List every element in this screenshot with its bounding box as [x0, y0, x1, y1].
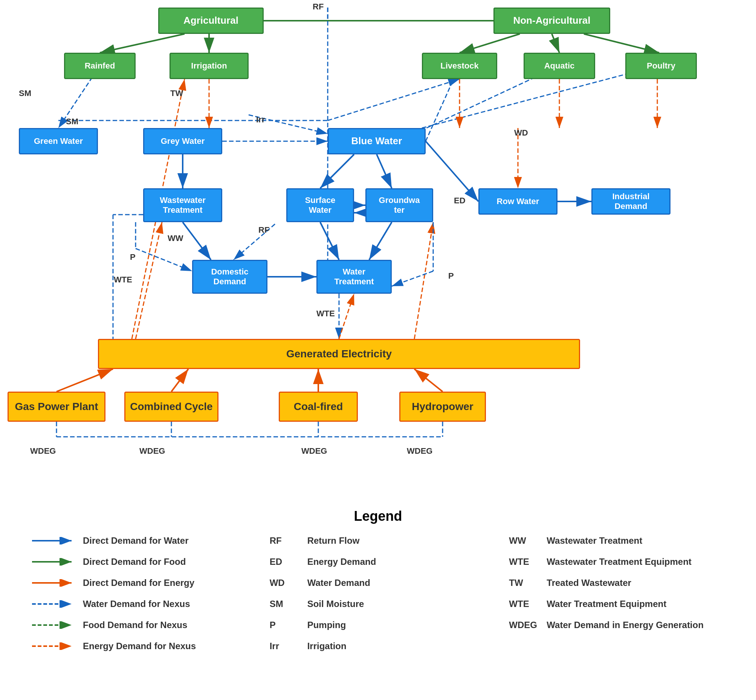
legend-label-energy: Direct Demand for Energy — [83, 578, 194, 588]
svg-line-6 — [100, 34, 185, 53]
solid-orange-arrow — [30, 579, 75, 587]
svg-line-46 — [136, 222, 162, 339]
abbr-wte2: WTE — [509, 599, 539, 609]
abbr-tw-full: Treated Wastewater — [546, 578, 631, 588]
legend-item-water: Direct Demand for Water — [30, 536, 247, 546]
node-poultry: Poultry — [625, 53, 697, 79]
legend-item-energy-nexus: Energy Demand for Nexus — [30, 641, 247, 652]
flow-label-1: SM — [66, 117, 78, 127]
svg-line-47 — [339, 294, 354, 339]
dashed-green-arrow — [30, 621, 75, 629]
abbr-rf-full: Return Flow — [307, 536, 360, 546]
svg-line-21 — [183, 222, 211, 260]
flow-label-7: WD — [514, 128, 528, 138]
node-wastewater_treatment: Wastewater Treatment — [143, 188, 222, 222]
node-aquatic: Aquatic — [524, 53, 595, 79]
abbr-ww: WW — [509, 536, 539, 546]
svg-line-56 — [392, 271, 433, 286]
svg-line-13 — [320, 155, 354, 188]
legend-area: Legend Direct Demand for Water — [0, 493, 756, 667]
svg-line-23 — [56, 369, 113, 392]
flow-label-15: WDEG — [301, 446, 327, 456]
legend-grid: Direct Demand for Water Direct Demand fo… — [30, 536, 726, 652]
svg-line-54 — [136, 248, 192, 271]
svg-line-17 — [320, 222, 339, 260]
legend-label-food-nexus: Food Demand for Nexus — [83, 620, 187, 630]
abbr-p-full: Pumping — [307, 620, 346, 630]
legend-abbr-wte1: WTE Wastewater Treatment Equipment — [509, 556, 726, 567]
legend-abbr-rf: RF Return Flow — [270, 536, 487, 546]
node-rainfed: Rainfed — [64, 53, 136, 79]
node-water_treatment: Water Treatment — [316, 260, 392, 294]
node-non_agricultural: Non-Agricultural — [493, 8, 610, 34]
svg-line-29 — [328, 79, 460, 120]
node-livestock: Livestock — [422, 53, 497, 79]
flow-label-2: TW — [170, 89, 183, 98]
abbr-ed-full: Energy Demand — [307, 556, 376, 567]
legend-title: Legend — [30, 508, 726, 524]
node-groundwater: Groundwa ter — [365, 188, 433, 222]
flow-label-0: SM — [19, 89, 31, 98]
abbr-rf: RF — [270, 536, 300, 546]
abbr-irr-full: Irrigation — [307, 641, 346, 652]
flow-label-10: WTE — [114, 275, 132, 285]
svg-line-11 — [584, 34, 659, 53]
svg-line-48 — [414, 222, 433, 339]
legend-item-food-nexus: Food Demand for Nexus — [30, 620, 247, 630]
node-gas_power_plant: Gas Power Plant — [8, 392, 105, 422]
abbr-irr: Irr — [270, 641, 300, 652]
abbr-ww-full: Wastewater Treatment — [546, 536, 642, 546]
svg-line-24 — [171, 369, 188, 392]
abbr-sm-full: Soil Moisture — [307, 599, 364, 609]
node-combined_cycle: Combined Cycle — [124, 392, 219, 422]
node-domestic_demand: Domestic Demand — [192, 260, 268, 294]
flow-label-12: WTE — [316, 309, 335, 319]
abbr-sm: SM — [270, 599, 300, 609]
abbr-wte2-full: Water Treatment Equipment — [546, 599, 666, 609]
svg-line-9 — [460, 34, 520, 53]
abbr-wdeg-full: Water Demand in Energy Generation — [546, 620, 704, 630]
legend-abbr-wdeg: WDEG Water Demand in Energy Generation — [509, 620, 726, 630]
legend-label-water-nexus: Water Demand for Nexus — [83, 599, 190, 609]
node-industrial_demand: Industrial Demand — [592, 188, 670, 215]
svg-line-18 — [369, 222, 392, 260]
dashed-blue-arrow — [30, 600, 75, 608]
solid-blue-arrow — [30, 537, 75, 544]
node-generated_electricity: Generated Electricity — [98, 339, 580, 369]
legend-abbr-ww: WW Wastewater Treatment — [509, 536, 726, 546]
abbr-wte1-full: Wastewater Treatment Equipment — [546, 556, 692, 567]
node-coal_fired: Coal-fired — [279, 392, 358, 422]
legend-abbr-p: P Pumping — [270, 620, 487, 630]
flow-label-6: ED — [454, 196, 466, 206]
dashed-orange-arrow — [30, 642, 75, 650]
legend-abbr-irr: Irr Irrigation — [270, 641, 487, 652]
flow-label-8: P — [130, 252, 136, 262]
abbr-p: P — [270, 620, 300, 630]
legend-abbr-sm: SM Soil Moisture — [270, 599, 487, 609]
flow-label-4: RF — [313, 2, 324, 12]
legend-item-food: Direct Demand for Food — [30, 556, 247, 567]
svg-line-10 — [552, 34, 559, 53]
svg-line-14 — [377, 155, 392, 188]
svg-line-26 — [414, 369, 443, 392]
flow-label-9: WW — [167, 233, 183, 243]
abbr-wd-full: Water Demand — [307, 578, 370, 588]
legend-abbr-wd: WD Water Demand — [270, 578, 487, 588]
abbr-wd: WD — [270, 578, 300, 588]
legend-abbr-ed: ED Energy Demand — [270, 556, 487, 567]
legend-item-water-nexus: Water Demand for Nexus — [30, 599, 247, 609]
node-irrigation: Irrigation — [169, 53, 249, 79]
flow-label-3: Irr — [256, 115, 265, 125]
legend-abbr-wte2: WTE Water Treatment Equipment — [509, 599, 726, 609]
solid-green-arrow — [30, 558, 75, 566]
legend-label-energy-nexus: Energy Demand for Nexus — [83, 641, 196, 652]
flow-label-16: WDEG — [407, 446, 432, 456]
abbr-wte1: WTE — [509, 556, 539, 567]
legend-label-water: Direct Demand for Water — [83, 536, 189, 546]
node-surface_water: Surface Water — [286, 188, 354, 222]
abbr-ed: ED — [270, 556, 300, 567]
diagram-area: AgriculturalNon-AgriculturalRainfedIrrig… — [0, 0, 756, 489]
abbr-tw: TW — [509, 578, 539, 588]
node-grey_water: Grey Water — [143, 128, 222, 155]
svg-line-19 — [426, 141, 478, 202]
